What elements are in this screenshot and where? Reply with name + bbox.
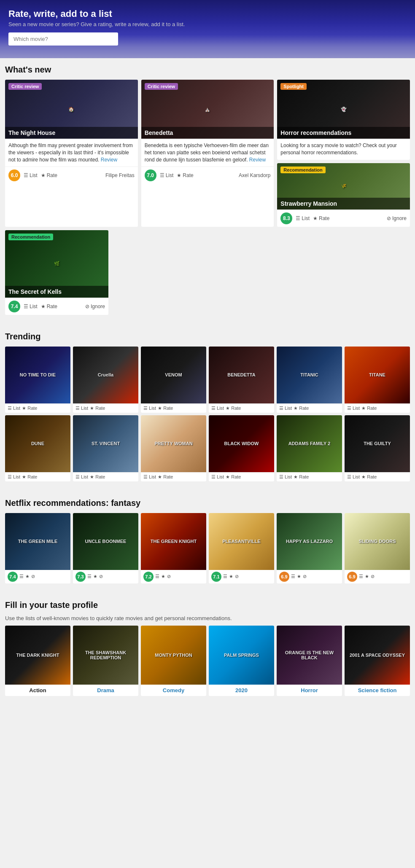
trending-poster-text-7: ST. VINCENT (90, 439, 121, 448)
trending-poster-4[interactable]: TITANIC (277, 347, 342, 403)
trending-poster-2[interactable]: VENOM (141, 347, 206, 403)
trending-poster-10[interactable]: ADDAMS FAMILY 2 (277, 415, 342, 472)
trending-list-btn-5[interactable]: ☰ List (347, 406, 360, 411)
trending-poster-6[interactable]: DUNE (5, 415, 70, 472)
trending-rate-btn-0[interactable]: ★ Rate (22, 406, 37, 411)
kells-row: Recommendation 🌿 The Secret of Kells 7.4… (5, 230, 410, 315)
night-house-review-link[interactable]: Review (101, 157, 117, 163)
strawberry-poster[interactable]: Recommendation 🌾 Strawberry Mansion (277, 163, 410, 210)
strawberry-rate-btn[interactable]: ★ Rate (313, 215, 329, 221)
trending-poster-5[interactable]: TITANE (345, 347, 410, 403)
trending-poster-11[interactable]: THE GUILTY (345, 415, 410, 472)
taste-genre-label-5[interactable]: Science fiction (345, 685, 410, 696)
trending-list-btn-8[interactable]: ☰ List (143, 474, 156, 480)
trending-poster-7[interactable]: ST. VINCENT (73, 415, 138, 472)
trending-list-btn-11[interactable]: ☰ List (347, 474, 360, 480)
trending-list-btn-9[interactable]: ☰ List (211, 474, 224, 480)
trending-rate-btn-8[interactable]: ★ Rate (158, 474, 173, 480)
trending-rate-btn-7[interactable]: ★ Rate (90, 474, 105, 480)
trending-list-btn-2[interactable]: ☰ List (143, 406, 156, 411)
netflix-list-btn-0[interactable]: ☰ (19, 574, 24, 579)
trending-rate-btn-3[interactable]: ★ Rate (226, 406, 241, 411)
benedetta-review-link[interactable]: Review (249, 157, 266, 163)
trending-poster-9[interactable]: BLACK WIDOW (209, 415, 274, 472)
strawberry-list-btn[interactable]: ☰ List (296, 215, 310, 221)
netflix-poster-1[interactable]: UNCLE BOONMEE (73, 513, 138, 570)
trending-rate-btn-10[interactable]: ★ Rate (294, 474, 309, 480)
netflix-poster-3[interactable]: PLEASANTVILLE (209, 513, 274, 570)
trending-poster-3[interactable]: BENEDETTA (209, 347, 274, 403)
taste-poster-0[interactable]: THE DARK KNIGHT (5, 626, 70, 685)
trending-list-btn-6[interactable]: ☰ List (8, 474, 20, 480)
taste-genre-label-2[interactable]: Comedy (141, 685, 206, 696)
kells-rate-btn[interactable]: ★ Rate (41, 304, 57, 309)
spotlight-badge: Spotlight (280, 83, 307, 90)
taste-poster-4[interactable]: ORANGE IS THE NEW BLACK (277, 626, 342, 685)
taste-genre-label-3[interactable]: 2020 (209, 685, 274, 696)
card-strawberry-mansion: Recommendation 🌾 Strawberry Mansion 8.3 … (277, 163, 410, 227)
kells-ignore-btn[interactable]: ⊘ Ignore (85, 304, 105, 309)
night-house-poster[interactable]: Critic review 🏠 The Night House (5, 80, 138, 139)
taste-poster-text-1: THE SHAWSHANK REDEMPTION (73, 648, 138, 662)
netflix-poster-5[interactable]: SLIDING DOORS (345, 513, 410, 570)
netflix-poster-0[interactable]: THE GREEN MILE (5, 513, 70, 570)
netflix-list-btn-3[interactable]: ☰ (223, 574, 227, 579)
netflix-list-btn-5[interactable]: ☰ (359, 574, 363, 579)
benedetta-review-poster[interactable]: Critic review ⛪ Benedetta (141, 80, 274, 139)
taste-poster-3[interactable]: PALM SPRINGS (209, 626, 274, 685)
netflix-rate-btn-5[interactable]: ★ (365, 574, 369, 579)
taste-genre-label-0[interactable]: Action (5, 685, 70, 696)
netflix-ignore-btn-4[interactable]: ⊘ (303, 574, 307, 579)
trending-rate-btn-11[interactable]: ★ Rate (361, 474, 377, 480)
trending-poster-0[interactable]: NO TIME TO DIE (5, 347, 70, 403)
netflix-ignore-btn-3[interactable]: ⊘ (235, 574, 239, 579)
trending-rate-btn-9[interactable]: ★ Rate (226, 474, 241, 480)
trending-actions-0: ☰ List ★ Rate (5, 403, 70, 413)
netflix-rate-btn-2[interactable]: ★ (161, 574, 165, 579)
trending-poster-8[interactable]: PRETTY WOMAN (141, 415, 206, 472)
trending-movie-9: BLACK WIDOW ☰ List ★ Rate (209, 415, 274, 481)
taste-genre-label-1[interactable]: Drama (73, 685, 138, 696)
taste-poster-2[interactable]: MONTY PYTHON (141, 626, 206, 685)
netflix-list-btn-4[interactable]: ☰ (291, 574, 295, 579)
whats-new-grid: Critic review 🏠 The Night House Although… (5, 80, 410, 227)
benedetta-review-rate-btn[interactable]: ★ Rate (177, 172, 193, 178)
benedetta-review-list-btn[interactable]: ☰ List (160, 172, 174, 178)
taste-poster-5[interactable]: 2001 A SPACE ODYSSEY (345, 626, 410, 685)
strawberry-ignore-btn[interactable]: ⊘ Ignore (387, 215, 407, 221)
trending-rate-btn-1[interactable]: ★ Rate (90, 406, 105, 411)
netflix-ignore-btn-1[interactable]: ⊘ (99, 574, 103, 579)
netflix-ignore-btn-2[interactable]: ⊘ (167, 574, 171, 579)
search-input[interactable] (8, 32, 118, 46)
trending-list-btn-4[interactable]: ☰ List (279, 406, 292, 411)
trending-rate-btn-4[interactable]: ★ Rate (294, 406, 309, 411)
trending-list-btn-10[interactable]: ☰ List (279, 474, 292, 480)
netflix-rate-btn-3[interactable]: ★ (229, 574, 233, 579)
taste-genre-label-4[interactable]: Horror (277, 685, 342, 696)
kells-list-btn[interactable]: ☰ List (24, 304, 38, 309)
trending-list-btn-7[interactable]: ☰ List (75, 474, 88, 480)
netflix-list-btn-1[interactable]: ☰ (87, 574, 92, 579)
night-house-list-btn[interactable]: ☰ List (24, 172, 38, 178)
night-house-rate-btn[interactable]: ★ Rate (41, 172, 57, 178)
kells-poster[interactable]: Recommendation 🌿 The Secret of Kells (5, 230, 108, 298)
netflix-ignore-btn-5[interactable]: ⊘ (371, 574, 375, 579)
netflix-rate-btn-4[interactable]: ★ (297, 574, 301, 579)
netflix-list-btn-2[interactable]: ☰ (155, 574, 159, 579)
trending-actions-3: ☰ List ★ Rate (209, 403, 274, 413)
trending-list-btn-0[interactable]: ☰ List (8, 406, 20, 411)
netflix-ignore-btn-0[interactable]: ⊘ (31, 574, 35, 579)
horror-spotlight-poster[interactable]: Spotlight 👻 Horror recommendations (277, 80, 410, 139)
trending-rate-btn-5[interactable]: ★ Rate (361, 406, 377, 411)
trending-rate-btn-6[interactable]: ★ Rate (22, 474, 37, 480)
trending-list-btn-1[interactable]: ☰ List (75, 406, 88, 411)
netflix-poster-4[interactable]: HAPPY AS LAZZARO (277, 513, 342, 570)
netflix-rate-btn-1[interactable]: ★ (93, 574, 97, 579)
trending-rate-btn-2[interactable]: ★ Rate (158, 406, 173, 411)
taste-poster-1[interactable]: THE SHAWSHANK REDEMPTION (73, 626, 138, 685)
trending-poster-1[interactable]: Cruella (73, 347, 138, 403)
netflix-poster-2[interactable]: THE GREEN KNIGHT (141, 513, 206, 570)
trending-list-btn-3[interactable]: ☰ List (211, 406, 224, 411)
netflix-rate-btn-0[interactable]: ★ (25, 574, 30, 579)
trending-poster-text-9: BLACK WIDOW (223, 439, 261, 448)
